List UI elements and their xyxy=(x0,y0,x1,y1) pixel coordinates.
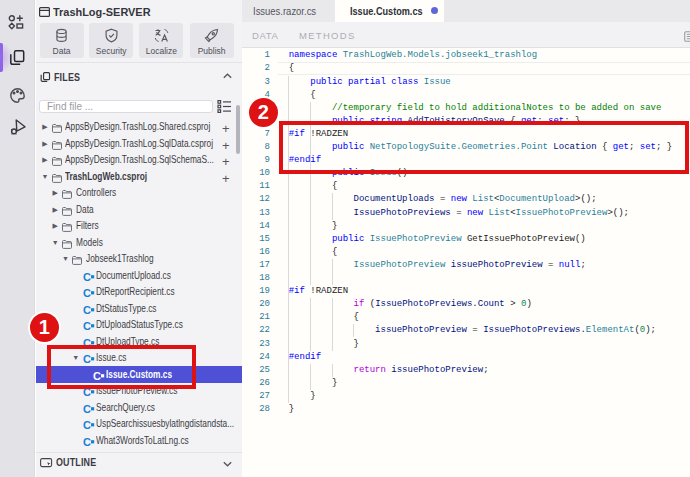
svg-text:C: C xyxy=(83,304,91,315)
svg-text:C: C xyxy=(83,403,91,414)
svg-text:C: C xyxy=(83,271,91,282)
svg-text:C: C xyxy=(83,320,91,331)
svg-text:C: C xyxy=(83,287,91,298)
svg-text:C: C xyxy=(83,419,91,430)
svg-text:C: C xyxy=(83,436,91,447)
